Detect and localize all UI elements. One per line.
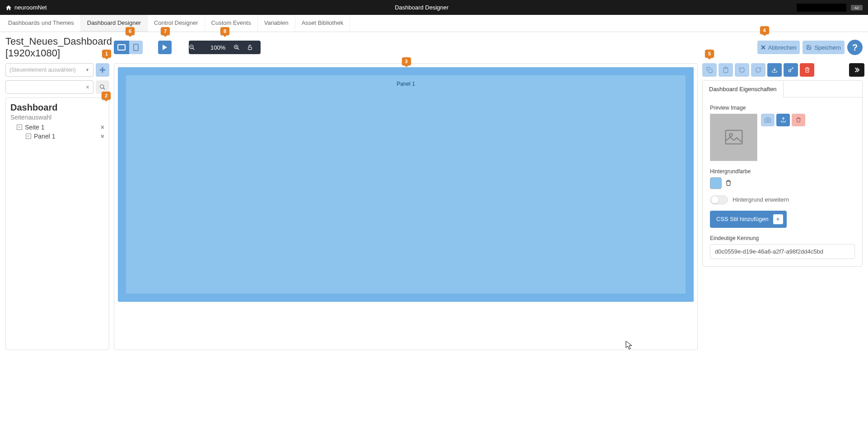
tree-item-page[interactable]: − Seite 1 × — [10, 123, 104, 132]
tree-page-label: Seite 1 — [25, 124, 45, 131]
svg-point-25 — [729, 134, 733, 137]
properties-box: Dashboard Eigenschaften Preview Image — [702, 80, 863, 267]
page-title: Dashboard Designer — [47, 4, 797, 11]
save-button[interactable]: Speichern — [803, 41, 845, 54]
collapse-icon[interactable]: − — [26, 134, 31, 139]
css-add-button[interactable]: CSS Stil hinzufügen + — [710, 211, 787, 228]
zoom-value: 100% — [202, 44, 233, 51]
bgcolor-swatch[interactable] — [710, 177, 722, 189]
landscape-button[interactable] — [114, 41, 129, 54]
topbar-right: AZ — [797, 4, 863, 12]
paste-button[interactable] — [719, 63, 733, 77]
trash-icon — [804, 67, 810, 73]
zoom-out-button[interactable] — [189, 44, 202, 51]
expand-panel-button[interactable] — [849, 63, 864, 77]
chevron-double-right-icon — [854, 67, 860, 73]
portrait-button[interactable] — [129, 41, 143, 54]
preview-delete-button[interactable] — [792, 114, 805, 126]
svg-line-8 — [238, 48, 239, 50]
search-icon — [99, 84, 106, 90]
canvas-page[interactable]: Panel 1 — [118, 67, 694, 302]
canvas-panel-element[interactable]: Panel 1 — [126, 75, 686, 294]
brand-label: neuroomNet — [14, 4, 47, 11]
download-button[interactable] — [767, 63, 782, 77]
css-add-label: CSS Stil hinzufügen — [716, 216, 769, 222]
svg-rect-2 — [118, 45, 125, 50]
preview-upload-button[interactable] — [776, 114, 790, 126]
svg-rect-19 — [725, 67, 727, 68]
redo-icon — [755, 67, 761, 73]
left-panel: 1 (Steuerelement auswählen) × 2 Dashboar… — [5, 63, 109, 350]
canvas-panel: 3 Panel 1 — [114, 63, 698, 350]
svg-rect-18 — [709, 69, 712, 73]
save-label: Speichern — [814, 44, 841, 51]
unlock-icon — [247, 44, 253, 51]
bgcolor-delete[interactable] — [725, 180, 732, 186]
delete-button[interactable] — [800, 63, 814, 77]
copy-button[interactable] — [702, 63, 717, 77]
tab-variablen[interactable]: Variablen — [258, 15, 295, 32]
right-toolbar — [702, 63, 863, 77]
zoom-in-button[interactable] — [233, 44, 247, 51]
upload-icon — [780, 117, 786, 123]
svg-line-23 — [793, 68, 793, 69]
undo-button[interactable] — [735, 63, 749, 77]
download-icon — [771, 67, 778, 73]
tree-panel: 2 Dashboard Seitenauswahl − Seite 1 × − … — [5, 97, 109, 350]
lock-button[interactable] — [247, 44, 261, 51]
svg-rect-11 — [248, 47, 252, 50]
main-tabs: Dashboards und Themes Dashboard Designer… — [0, 15, 868, 32]
search-clear-button[interactable]: × — [86, 83, 89, 91]
plus-icon: + — [773, 214, 783, 224]
preview-camera-button[interactable] — [761, 114, 775, 126]
tree-title[interactable]: Dashboard — [10, 102, 104, 113]
help-button[interactable]: ? — [847, 40, 863, 55]
trash-icon — [796, 117, 801, 123]
properties-tab[interactable]: Dashboard Eigenschaften — [703, 81, 784, 97]
id-input[interactable] — [710, 244, 855, 259]
search-input[interactable] — [9, 84, 86, 90]
control-select-placeholder: (Steuerelement auswählen) — [9, 67, 76, 73]
tree-panel-delete[interactable]: × — [101, 133, 104, 140]
add-control-button[interactable] — [96, 63, 109, 77]
bgcolor-label: Hintergrundfarbe — [710, 168, 855, 175]
camera-icon — [765, 117, 771, 123]
tab-dashboards-themes[interactable]: Dashboards und Themes — [2, 15, 81, 32]
tab-dashboard-designer[interactable]: Dashboard Designer — [81, 15, 148, 32]
search-button[interactable] — [96, 80, 109, 94]
zoom-in-icon — [233, 44, 240, 51]
search-input-wrap: × — [5, 80, 93, 94]
cancel-button[interactable]: Abbrechen — [757, 41, 800, 54]
redo-button[interactable] — [751, 63, 765, 77]
collapse-icon[interactable]: − — [17, 125, 22, 130]
bg-extend-toggle[interactable] — [710, 195, 728, 204]
svg-rect-3 — [134, 44, 138, 51]
play-button[interactable] — [158, 41, 172, 54]
copy-icon — [706, 67, 713, 73]
bg-extend-label: Hintergrund erweitern — [733, 196, 789, 203]
svg-point-26 — [767, 119, 769, 121]
svg-line-17 — [103, 88, 105, 90]
tree-panel-label: Panel 1 — [34, 133, 55, 140]
undo-icon — [739, 67, 745, 73]
tab-asset-bibliothek[interactable]: Asset Bibliothek — [295, 15, 350, 32]
orientation-group — [114, 41, 143, 54]
control-select[interactable]: (Steuerelement auswählen) — [5, 63, 93, 77]
id-label: Eindeutige Kennung — [710, 235, 855, 241]
help-icon: ? — [852, 42, 858, 53]
svg-text:AZ: AZ — [854, 6, 859, 10]
dashboard-title: Test_Neues_Dashboard [1920x1080] — [5, 36, 109, 60]
close-icon — [761, 45, 765, 50]
key-button[interactable] — [784, 63, 798, 77]
brand-area[interactable]: neuroomNet — [5, 4, 47, 11]
save-icon — [806, 45, 812, 50]
preview-placeholder — [710, 114, 757, 161]
lang-badge[interactable]: AZ — [851, 5, 863, 10]
tab-custom-events[interactable]: Custom Events — [205, 15, 258, 32]
tree-subtitle: Seitenauswahl — [10, 114, 104, 121]
tree-item-panel[interactable]: − Panel 1 × — [10, 132, 104, 141]
play-icon — [162, 44, 168, 51]
tab-control-designer[interactable]: Control Designer — [148, 15, 205, 32]
home-icon — [5, 5, 12, 11]
tree-page-delete[interactable]: × — [101, 124, 104, 131]
